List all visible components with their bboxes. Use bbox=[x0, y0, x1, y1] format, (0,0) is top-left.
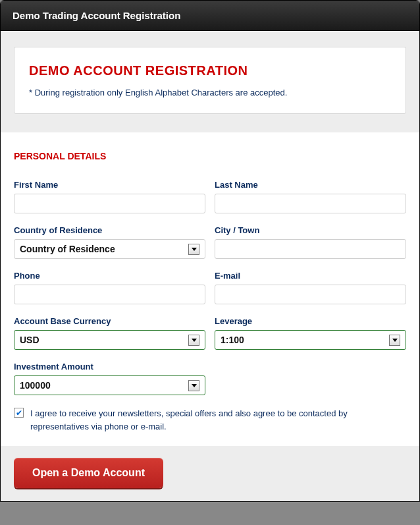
phone-input[interactable] bbox=[14, 285, 205, 304]
consent-text: I agree to receive your newsletters, spe… bbox=[30, 407, 406, 433]
leverage-selected: 1:100 bbox=[221, 335, 244, 345]
open-demo-account-button[interactable]: Open a Demo Account bbox=[14, 458, 163, 488]
intro-note: * During registration only English Alpha… bbox=[29, 88, 391, 97]
intro-title: DEMO ACCOUNT REGISTRATION bbox=[29, 63, 391, 78]
last-name-label: Last Name bbox=[215, 180, 406, 190]
section-title: PERSONAL DETAILS bbox=[14, 151, 406, 161]
phone-label: Phone bbox=[14, 271, 205, 281]
footer-zone: Open a Demo Account bbox=[1, 446, 419, 501]
chevron-down-icon bbox=[188, 244, 199, 255]
investment-selected: 100000 bbox=[20, 380, 51, 391]
currency-select[interactable]: USD bbox=[14, 330, 205, 350]
window-title: Demo Trading Account Registration bbox=[1, 1, 419, 31]
chevron-down-icon bbox=[389, 335, 400, 346]
first-name-label: First Name bbox=[14, 180, 205, 190]
investment-label: Investment Amount bbox=[14, 362, 205, 372]
country-selected: Country of Residence bbox=[20, 244, 115, 254]
last-name-input[interactable] bbox=[215, 194, 406, 213]
email-label: E-mail bbox=[215, 271, 406, 281]
country-label: Country of Residence bbox=[14, 225, 205, 235]
city-input[interactable] bbox=[215, 239, 406, 259]
leverage-label: Leverage bbox=[215, 316, 406, 326]
intro-card: DEMO ACCOUNT REGISTRATION * During regis… bbox=[14, 47, 406, 114]
chevron-down-icon bbox=[188, 380, 199, 391]
chevron-down-icon bbox=[188, 335, 199, 346]
investment-select[interactable]: 100000 bbox=[14, 375, 205, 395]
form-zone: PERSONAL DETAILS First Name Last Name Co… bbox=[1, 132, 419, 433]
consent-checkbox[interactable]: ✔ bbox=[14, 408, 24, 418]
currency-label: Account Base Currency bbox=[14, 316, 205, 326]
email-input[interactable] bbox=[215, 285, 406, 304]
currency-selected: USD bbox=[20, 335, 39, 345]
header-zone: DEMO ACCOUNT REGISTRATION * During regis… bbox=[1, 31, 419, 132]
first-name-input[interactable] bbox=[14, 194, 205, 213]
city-label: City / Town bbox=[215, 225, 406, 235]
country-select[interactable]: Country of Residence bbox=[14, 239, 205, 259]
leverage-select[interactable]: 1:100 bbox=[215, 330, 406, 350]
registration-window: Demo Trading Account Registration DEMO A… bbox=[0, 0, 420, 502]
